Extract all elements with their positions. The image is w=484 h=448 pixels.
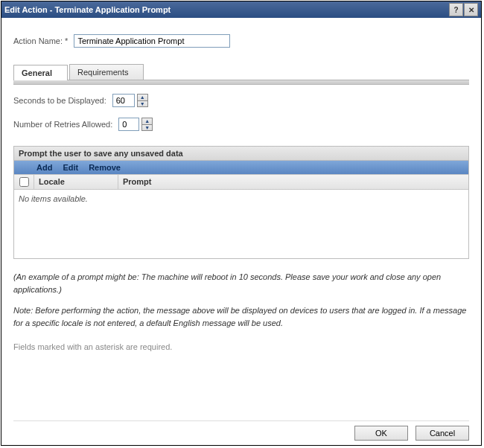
dialog-title: Edit Action - Terminate Application Prom… — [4, 5, 171, 14]
seconds-label: Seconds to be Displayed: — [13, 96, 106, 105]
seconds-input[interactable] — [112, 94, 135, 107]
titlebar: Edit Action - Terminate Application Prom… — [1, 1, 481, 18]
grid-header: Locale Prompt — [14, 174, 468, 190]
select-all-cell — [14, 175, 34, 189]
example-text: (An example of a prompt might be: The ma… — [13, 271, 469, 295]
tab-requirements[interactable]: Requirements — [69, 64, 144, 80]
dialog-window: Edit Action - Terminate Application Prom… — [1, 1, 482, 446]
action-name-input[interactable] — [74, 34, 230, 48]
grid-empty-text: No items available. — [19, 194, 88, 203]
grid-body: No items available. — [14, 190, 468, 258]
remove-button[interactable]: Remove — [89, 163, 121, 172]
action-name-row: Action Name: * — [13, 34, 469, 48]
retries-input[interactable] — [118, 118, 139, 131]
retries-spin-down[interactable]: ▼ — [142, 125, 152, 131]
ok-button[interactable]: OK — [354, 426, 408, 441]
close-icon: ✕ — [468, 6, 474, 14]
retries-label: Number of Retries Allowed: — [13, 120, 112, 129]
column-prompt[interactable]: Prompt — [118, 175, 468, 189]
tab-divider — [13, 80, 469, 85]
action-name-label: Action Name: * — [13, 36, 68, 45]
retries-row: Number of Retries Allowed: ▲ ▼ — [13, 118, 469, 131]
prompt-panel: Prompt the user to save any unsaved data… — [13, 146, 469, 259]
tab-general[interactable]: General — [13, 65, 68, 80]
prompt-panel-title: Prompt the user to save any unsaved data — [14, 147, 468, 161]
required-fields-note: Fields marked with an asterisk are requi… — [13, 342, 469, 351]
dialog-content: Action Name: * General Requirements Seco… — [1, 18, 481, 445]
add-button[interactable]: Add — [36, 163, 52, 172]
dialog-buttons: OK Cancel — [13, 420, 469, 441]
seconds-spinner: ▲ ▼ — [137, 94, 148, 107]
column-locale[interactable]: Locale — [34, 175, 118, 189]
help-button[interactable]: ? — [449, 3, 463, 16]
retries-spin-up[interactable]: ▲ — [142, 118, 152, 125]
retries-spinner: ▲ ▼ — [141, 118, 153, 131]
note-text: Note: Before performing the action, the … — [13, 304, 469, 329]
seconds-spin-up[interactable]: ▲ — [138, 95, 147, 101]
prompt-toolbar: Add Edit Remove — [14, 161, 468, 174]
seconds-row: Seconds to be Displayed: ▲ ▼ — [13, 94, 469, 107]
tab-bar: General Requirements — [13, 64, 469, 80]
seconds-spin-down[interactable]: ▼ — [138, 101, 147, 107]
edit-button[interactable]: Edit — [63, 163, 78, 172]
cancel-button[interactable]: Cancel — [415, 426, 469, 441]
close-button[interactable]: ✕ — [464, 3, 478, 16]
select-all-checkbox[interactable] — [19, 177, 29, 187]
